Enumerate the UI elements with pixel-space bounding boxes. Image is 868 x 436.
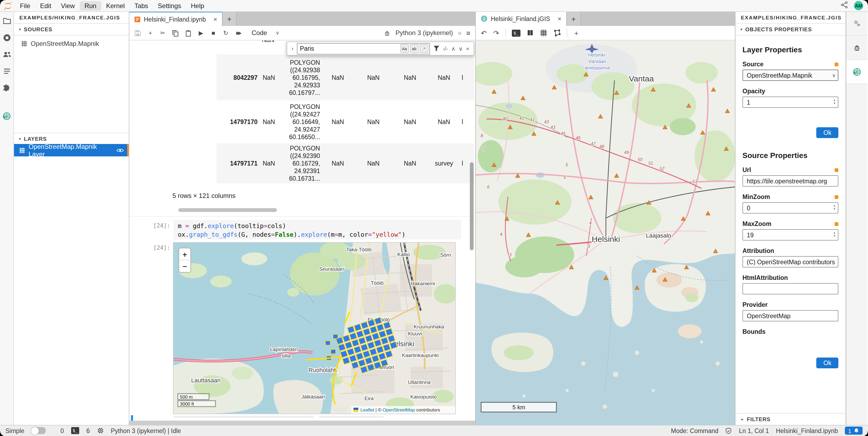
leaflet-map-output[interactable]: Taka-TöölöKallioSörnSeurasaariTöölöHakan… <box>174 243 455 414</box>
jgis-icon[interactable] <box>2 111 11 121</box>
identify-icon[interactable] <box>526 29 534 37</box>
map-label: Hakaniemi <box>411 281 435 286</box>
panel-menu-icon[interactable]: ≡ <box>466 29 470 37</box>
field-value: (C) OpenStreetMap contributors <box>747 259 836 265</box>
menu-run[interactable]: Run <box>80 1 101 10</box>
menu-kernel[interactable]: Kernel <box>101 1 130 10</box>
close-tab-icon[interactable]: × <box>558 15 561 22</box>
previous-match-icon[interactable]: ∧ <box>451 45 455 52</box>
insert-cell-below-icon[interactable]: + <box>147 30 154 36</box>
notebook-horizontal-scrollbar[interactable] <box>129 420 475 425</box>
temporal-controller-icon[interactable] <box>539 29 547 37</box>
whole-word-toggle[interactable]: ab <box>410 44 418 53</box>
table-horizontal-scrollbar[interactable] <box>178 208 277 212</box>
copy-cell-icon[interactable] <box>172 29 179 36</box>
table-cell: l <box>459 119 470 125</box>
debugger-icon[interactable] <box>383 29 391 36</box>
source-item-openstreetmap[interactable]: OpenStreetMap.Mapnik <box>14 38 129 49</box>
gis-map-canvas[interactable]: 4041414343454647484950515253876554343 Va… <box>476 40 735 425</box>
opacity-input[interactable]: 1▲▼ <box>742 96 838 108</box>
sources-section-header[interactable]: ▾ SOURCES <box>14 24 129 36</box>
code-cell[interactable]: m = gdf.explore(tooltip=cols)ox.graph_to… <box>174 220 461 239</box>
provider-input[interactable]: OpenStreetMap <box>742 310 838 321</box>
search-text-field[interactable] <box>300 45 399 52</box>
new-tab-button[interactable]: + <box>567 11 581 26</box>
add-icon[interactable]: + <box>573 29 580 37</box>
menu-file[interactable]: File <box>15 1 35 10</box>
menu-help[interactable]: Help <box>186 1 209 10</box>
regex-toggle[interactable]: .* <box>420 44 428 53</box>
tile-grid-icon <box>19 147 25 153</box>
file-browser-icon[interactable] <box>2 16 11 26</box>
cell-type-dropdown[interactable]: Code <box>252 29 267 37</box>
next-match-icon[interactable]: ∨ <box>459 45 463 52</box>
notification-badge[interactable]: 1 <box>845 427 863 435</box>
minzoom-input[interactable]: 0▲▼ <box>742 202 838 213</box>
debugger-icon[interactable] <box>846 36 867 60</box>
kernel-name-button[interactable]: Python 3 (ipykernel) <box>396 29 453 37</box>
redo-icon[interactable]: ↷ <box>493 29 499 37</box>
menu-tabs[interactable]: Tabs <box>130 1 153 10</box>
editor-mode[interactable]: Mode: Command <box>671 428 718 434</box>
menu-view[interactable]: View <box>56 1 80 10</box>
paste-cell-icon[interactable] <box>185 29 192 36</box>
menu-edit[interactable]: Edit <box>35 1 56 10</box>
close-search-icon[interactable]: × <box>466 45 469 52</box>
svg-text:4: 4 <box>589 221 592 225</box>
url-input[interactable]: https://tile.openstreetmap.org <box>742 175 838 186</box>
terminal-count[interactable]: 0 <box>60 428 64 434</box>
share-icon[interactable] <box>840 1 848 10</box>
expand-replace-icon[interactable]: › <box>291 45 293 52</box>
interrupt-kernel-icon[interactable]: ■ <box>210 30 217 36</box>
console-icon[interactable]: $_ <box>512 29 520 36</box>
ok-button[interactable]: Ok <box>816 357 838 368</box>
filter-icon[interactable] <box>433 45 439 52</box>
jgis-icon[interactable] <box>846 60 867 84</box>
htmlattribution-input[interactable] <box>742 283 838 294</box>
maxzoom-input[interactable]: 19▲▼ <box>742 229 838 240</box>
layer-item-openstreetmap-selected[interactable]: OpenStreetMap.Mapnik Layer <box>14 144 129 156</box>
collaboration-icon[interactable] <box>2 50 11 59</box>
match-case-toggle[interactable]: Aa <box>400 44 409 53</box>
source-select[interactable]: OpenStreetMap.Mapnik∨ <box>742 69 838 81</box>
simple-mode-toggle[interactable] <box>31 427 46 434</box>
tab-helsinki-finland-ipynb[interactable]: Helsinki_Finland.ipynb × <box>129 11 222 26</box>
map-label: Kallio <box>397 252 410 257</box>
table-of-contents-icon[interactable] <box>2 66 11 76</box>
menu-settings[interactable]: Settings <box>153 1 186 10</box>
attribution-input[interactable]: (C) OpenStreetMap contributors <box>742 256 838 267</box>
user-avatar[interactable]: AM <box>854 1 863 10</box>
notebook-vertical-scrollbar[interactable] <box>470 162 474 250</box>
kernel-status-text[interactable]: Python 3 (ipykernel) | Idle <box>111 428 181 434</box>
number-stepper[interactable]: ▲▼ <box>833 205 836 211</box>
run-all-icon[interactable]: ▶▶ <box>235 30 241 36</box>
save-icon[interactable] <box>134 29 141 36</box>
running-terminals-icon[interactable] <box>2 33 11 42</box>
objects-properties-panel: EXAMPLES/HIKING_FRANCE.JGIS ▾ OBJECTS PR… <box>736 11 846 425</box>
field-value: OpenStreetMap <box>747 313 836 319</box>
objects-properties-header[interactable]: ▾ OBJECTS PROPERTIES <box>736 24 845 36</box>
row-index: 8042297 <box>217 74 260 81</box>
tab-helsinki-finland-jgis[interactable]: Helsinki_Finland.jGIS × <box>476 11 567 26</box>
property-inspector-icon[interactable] <box>846 11 867 36</box>
filters-section-header[interactable]: ▸ FILTERS <box>736 413 845 425</box>
select-icon[interactable] <box>553 29 561 37</box>
table-cell: NaN <box>429 119 459 125</box>
number-stepper[interactable]: ▲▼ <box>833 232 836 237</box>
search-input[interactable]: Aaab.* <box>297 43 430 54</box>
number-stepper[interactable]: ▲▼ <box>833 99 836 105</box>
undo-icon[interactable]: ↶ <box>480 29 487 37</box>
new-tab-button[interactable]: + <box>222 11 237 26</box>
run-cell-icon[interactable]: ▶ <box>198 29 204 36</box>
field-provider: ProviderOpenStreetMap <box>742 301 838 321</box>
extensions-icon[interactable] <box>2 83 11 93</box>
ok-button[interactable]: Ok <box>816 127 838 138</box>
svg-text:50: 50 <box>638 157 643 162</box>
cut-cell-icon[interactable]: ✂ <box>159 29 166 36</box>
cursor-position[interactable]: Ln 1, Col 1 <box>739 428 769 434</box>
map-zoom-control[interactable]: + − <box>179 248 191 272</box>
close-tab-icon[interactable]: × <box>213 16 217 23</box>
visibility-icon[interactable] <box>116 147 124 153</box>
restart-kernel-icon[interactable]: ↻ <box>222 29 229 36</box>
kernel-count[interactable]: 6 <box>86 428 90 434</box>
